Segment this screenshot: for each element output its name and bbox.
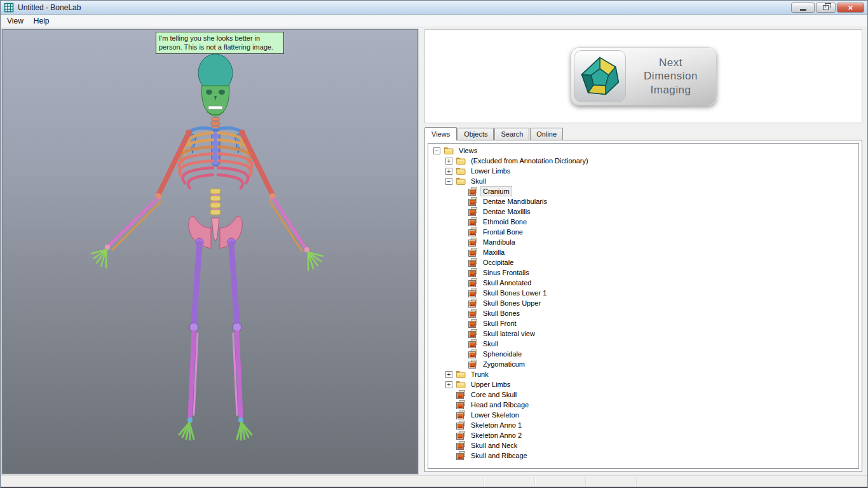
tab-online[interactable]: Online	[530, 128, 563, 140]
tree-item[interactable]: Core and Skull	[430, 390, 858, 400]
tree-item[interactable]: +Upper Limbs	[430, 379, 858, 390]
view-icon	[456, 421, 466, 430]
tree-item[interactable]: Head and Ribcage	[430, 400, 858, 410]
tree-item[interactable]: Skull and Neck	[430, 440, 858, 451]
tree-item-label: Skeleton Anno 1	[469, 421, 524, 430]
skeleton-model	[3, 30, 419, 475]
tree-item[interactable]: Frontal Bone	[430, 227, 858, 237]
view-icon	[468, 227, 478, 236]
tree-item[interactable]: Skull Bones Lower 1	[430, 288, 858, 298]
tree-item-label: Skeleton Anno 2	[469, 431, 524, 440]
menu-help[interactable]: Help	[29, 15, 55, 27]
tree-item[interactable]: Skull Bones Upper	[430, 298, 858, 308]
tree-item-label: Skull and Neck	[469, 441, 519, 450]
3d-viewport[interactable]: I'm telling you she looks better in pers…	[2, 29, 418, 474]
tree-item[interactable]: Skeleton Anno 2	[430, 430, 858, 440]
tree-item-label: Sphenoidale	[481, 349, 524, 358]
window-controls: ✕	[791, 3, 864, 13]
tree-item[interactable]: Maxilla	[430, 247, 858, 257]
view-icon	[468, 258, 478, 267]
expand-icon[interactable]: +	[445, 158, 452, 165]
views-tab-page: −Views+(Excluded from Annotation Diction…	[424, 140, 862, 472]
tree-item[interactable]: Lower Skeleton	[430, 410, 858, 420]
main-content: I'm telling you she looks better in pers…	[1, 27, 867, 475]
tree-item-label: Skull Bones	[481, 309, 522, 318]
restore-icon	[823, 5, 829, 10]
view-icon	[468, 309, 478, 318]
tree-item-label: Core and Skull	[469, 390, 519, 399]
tree-item[interactable]: Cranium	[430, 186, 858, 196]
tree-item-label: Trunk	[469, 370, 491, 379]
close-icon: ✕	[848, 4, 853, 11]
tree-item[interactable]: +Lower Limbs	[430, 166, 858, 176]
status-bar	[1, 475, 867, 487]
tree-item[interactable]: Sinus Frontalis	[430, 268, 858, 278]
tree-item-label: Skull Front	[481, 319, 519, 328]
tree-item-label: Head and Ribcage	[469, 400, 531, 409]
view-icon	[456, 441, 466, 450]
menu-view[interactable]: View	[2, 15, 29, 27]
logo-text: Next Dimension Imaging	[626, 56, 716, 97]
tree-item-label: Dentae Mandibularis	[481, 197, 549, 206]
tree-item-label: Sinus Frontalis	[481, 268, 531, 277]
tree-item[interactable]: −Skull	[430, 176, 858, 186]
tree-item[interactable]: −Views	[430, 146, 858, 156]
tab-search[interactable]: Search	[494, 128, 529, 140]
tree-item-label: Skull	[469, 177, 488, 186]
tree-item[interactable]: Skull	[430, 339, 858, 349]
tab-objects[interactable]: Objects	[458, 128, 494, 140]
tree-item[interactable]: Skull Bones	[430, 308, 858, 318]
status-pane-divider	[534, 477, 535, 485]
tree-item[interactable]: Skull lateral view	[430, 329, 858, 339]
tree-item[interactable]: Zygomaticum	[430, 359, 858, 369]
tree-item[interactable]: Sphenoidale	[430, 349, 858, 359]
tree-item[interactable]: Ethmoid Bone	[430, 217, 858, 227]
view-icon	[456, 390, 466, 399]
view-icon	[468, 197, 478, 206]
folder-icon	[456, 166, 466, 175]
tree-item[interactable]: Skeleton Anno 1	[430, 420, 858, 430]
ndi-logo-banner[interactable]: Next Dimension Imaging	[571, 47, 717, 105]
folder-icon	[456, 370, 466, 379]
window-title: Untitled - BoneLab	[18, 3, 81, 12]
tree-item[interactable]: Dentae Maxillis	[430, 207, 858, 217]
status-pane-divider	[585, 477, 586, 485]
view-icon	[468, 278, 478, 287]
folder-icon	[456, 177, 466, 186]
tree-item[interactable]: Mandibula	[430, 237, 858, 247]
logo-panel: Next Dimension Imaging	[424, 29, 862, 123]
tree-item-label: (Excluded from Annotation Dictionary)	[469, 156, 590, 165]
tree-item[interactable]: +Trunk	[430, 369, 858, 379]
dodecahedron-icon	[574, 50, 626, 102]
folder-icon	[456, 380, 466, 389]
collapse-icon[interactable]: −	[445, 178, 452, 185]
tree-item-label: Lower Skeleton	[469, 410, 521, 419]
tree-item[interactable]: Dentae Mandibularis	[430, 196, 858, 207]
tree-item-label: Views	[457, 146, 479, 155]
view-icon	[456, 451, 466, 460]
tree-item-label: Skull Annotated	[481, 278, 533, 287]
right-panel: Next Dimension Imaging ViewsObjectsSearc…	[424, 27, 867, 475]
view-icon	[456, 410, 466, 419]
minimize-button[interactable]	[791, 3, 815, 13]
view-icon	[456, 431, 466, 440]
expand-icon[interactable]: +	[445, 168, 452, 175]
restore-button[interactable]	[816, 3, 836, 13]
expand-icon[interactable]: +	[445, 381, 452, 388]
close-button[interactable]: ✕	[837, 3, 864, 13]
expand-icon[interactable]: +	[445, 371, 452, 378]
tree-item[interactable]: +(Excluded from Annotation Dictionary)	[430, 156, 858, 166]
collapse-icon[interactable]: −	[433, 147, 440, 154]
status-pane-divider	[484, 477, 484, 485]
tree-item[interactable]: Skull and Ribcage	[430, 451, 858, 461]
view-icon	[468, 187, 478, 196]
tree-item-label: Ethmoid Bone	[481, 217, 529, 226]
views-tree[interactable]: −Views+(Excluded from Annotation Diction…	[428, 143, 859, 469]
view-icon	[456, 400, 466, 409]
tree-item-label: Frontal Bone	[481, 227, 525, 236]
tree-item[interactable]: Skull Annotated	[430, 278, 858, 288]
tree-item[interactable]: Occipitale	[430, 257, 858, 268]
tab-views[interactable]: Views	[424, 127, 457, 140]
view-icon	[468, 268, 478, 277]
tree-item[interactable]: Skull Front	[430, 318, 858, 329]
